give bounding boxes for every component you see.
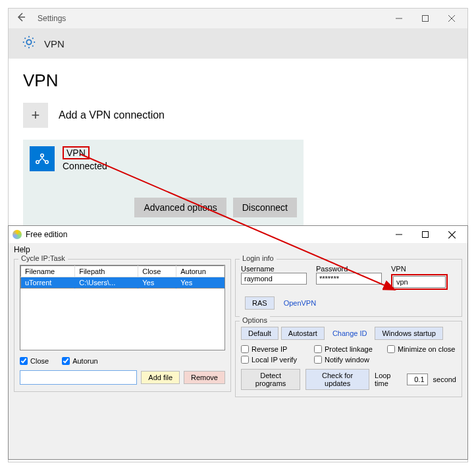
reverse-ip-checkbox[interactable]: Reverse IP [241, 345, 310, 353]
login-info-group: Login info Username Password VPN [235, 259, 462, 317]
svg-point-1 [41, 154, 43, 157]
close-checkbox[interactable]: Close [20, 357, 49, 365]
app-minimize-button[interactable] [386, 225, 412, 244]
username-input[interactable] [241, 273, 307, 285]
table-row[interactable]: uTorrent C:\Users\... Yes Yes [21, 277, 225, 289]
local-ip-verify-checkbox[interactable]: Local IP verify [241, 356, 310, 364]
th-filename[interactable]: Filename [21, 266, 75, 277]
maximize-button[interactable] [412, 9, 438, 28]
app-titlebar: Free edition [9, 226, 467, 243]
header-label: VPN [44, 38, 65, 49]
loop-time-label: Loop time [375, 372, 402, 387]
table-header-row: Filename Filepath Close Autorun [21, 266, 225, 277]
add-vpn-row[interactable]: + Add a VPN connection [23, 103, 453, 128]
vpn-network-icon [30, 146, 55, 171]
menu-help[interactable]: Help [14, 245, 30, 254]
task-table[interactable]: Filename Filepath Close Autorun uTorrent… [20, 265, 225, 350]
gear-icon [22, 35, 36, 52]
detect-programs-button[interactable]: Detect programs [241, 369, 300, 390]
options-group-label: Options [240, 316, 270, 324]
free-edition-window: Free edition Help Cycle IP:Task Filename… [8, 225, 468, 460]
vpn-label: VPN [391, 265, 448, 273]
file-path-input[interactable] [20, 370, 137, 385]
add-vpn-label: Add a VPN connection [59, 109, 165, 121]
vpn-name: VPN [66, 148, 86, 158]
page-title: VPN [23, 70, 453, 91]
menubar: Help [9, 243, 467, 256]
back-button[interactable] [11, 12, 31, 26]
back-arrow-icon [16, 12, 26, 22]
remove-button[interactable]: Remove [184, 371, 225, 384]
change-id-button[interactable]: Change ID [327, 327, 373, 340]
settings-titlebar: Settings [9, 9, 467, 28]
protect-linkage-checkbox[interactable]: Protect linkage [314, 345, 383, 353]
app-icon [13, 230, 22, 239]
default-button[interactable]: Default [241, 327, 278, 340]
login-group-label: Login info [240, 254, 277, 262]
ras-button[interactable]: RAS [245, 296, 275, 310]
autostart-button[interactable]: Autostart [281, 327, 325, 340]
th-filepath[interactable]: Filepath [75, 266, 138, 277]
svg-rect-0 [423, 16, 429, 22]
add-file-button[interactable]: Add file [141, 371, 180, 384]
password-input[interactable] [316, 273, 382, 285]
minimize-on-close-checkbox[interactable]: Minimize on close [387, 345, 456, 353]
openvpn-button[interactable]: OpenVPN [284, 296, 317, 310]
app-close-button[interactable] [438, 225, 465, 244]
th-autorun[interactable]: Autorun [176, 266, 225, 277]
cycle-group-label: Cycle IP:Task [18, 254, 68, 262]
autorun-checkbox[interactable]: Autorun [62, 357, 98, 365]
password-label: Password [316, 265, 382, 273]
vpn-connection-card[interactable]: VPN Connected Advanced options Disconnec… [23, 140, 304, 225]
loop-time-unit: second [433, 375, 456, 383]
window-title: Settings [38, 14, 386, 23]
app-window-title: Free edition [26, 230, 386, 239]
app-maximize-button[interactable] [412, 225, 438, 244]
vpn-status: Connected [63, 161, 107, 171]
vpn-input[interactable] [393, 276, 446, 288]
options-group: Options Default Autostart Change ID Wind… [235, 321, 462, 397]
advanced-options-button[interactable]: Advanced options [134, 198, 226, 217]
settings-header: VPN [9, 28, 467, 59]
windows-startup-button[interactable]: Windows startup [375, 327, 442, 340]
check-updates-button[interactable]: Check for updates [305, 369, 369, 390]
username-label: Username [241, 265, 307, 273]
vpn-name-highlight: VPN [63, 146, 90, 159]
th-close[interactable]: Close [138, 266, 176, 277]
disconnect-button[interactable]: Disconnect [233, 198, 297, 217]
vpn-field-highlight [391, 274, 448, 290]
plus-icon: + [23, 103, 48, 128]
close-button[interactable] [438, 9, 465, 28]
minimize-button[interactable] [386, 9, 412, 28]
cycle-ip-group: Cycle IP:Task Filename Filepath Close Au… [14, 259, 231, 392]
loop-time-input[interactable] [407, 374, 428, 385]
svg-rect-4 [423, 232, 429, 238]
notify-window-checkbox[interactable]: Notify window [314, 356, 383, 364]
